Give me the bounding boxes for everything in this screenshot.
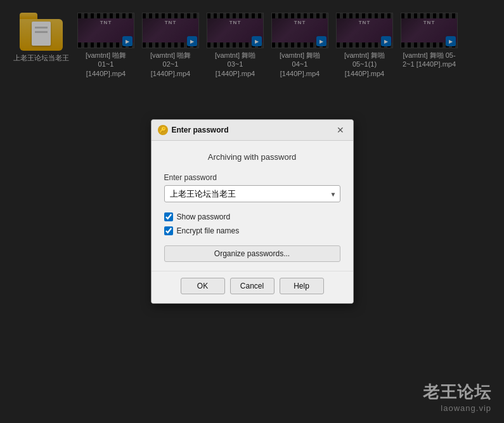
encrypt-names-checkbox[interactable]: [164, 226, 173, 235]
cancel-button[interactable]: Cancel: [230, 278, 275, 294]
dialog-overlay: 🔑 Enter password ✕ Archiving with passwo…: [0, 0, 504, 423]
enter-password-dialog: 🔑 Enter password ✕ Archiving with passwo…: [151, 119, 354, 304]
password-input-wrap: ▼: [164, 185, 340, 202]
show-password-checkbox[interactable]: [164, 212, 173, 221]
dialog-titlebar: 🔑 Enter password ✕: [152, 120, 353, 141]
dialog-footer: OK Cancel Help: [152, 271, 353, 303]
dialog-title-icon: 🔑: [158, 125, 168, 135]
dialog-title-area: 🔑 Enter password: [158, 125, 229, 135]
dialog-close-button[interactable]: ✕: [334, 124, 347, 136]
dialog-title-text: Enter password: [172, 126, 229, 134]
encrypt-names-row: Encrypt file names: [164, 226, 340, 235]
show-password-label[interactable]: Show password: [177, 212, 231, 221]
encrypt-names-label[interactable]: Encrypt file names: [177, 226, 240, 235]
dialog-body: Archiving with password Enter password ▼…: [152, 141, 353, 271]
show-password-row: Show password: [164, 212, 340, 221]
organize-passwords-button[interactable]: Organize passwords...: [164, 245, 340, 262]
password-field-label: Enter password: [164, 173, 340, 182]
help-button[interactable]: Help: [280, 278, 324, 294]
dialog-heading: Archiving with password: [164, 152, 340, 162]
password-input[interactable]: [164, 185, 340, 202]
ok-button[interactable]: OK: [181, 278, 225, 294]
